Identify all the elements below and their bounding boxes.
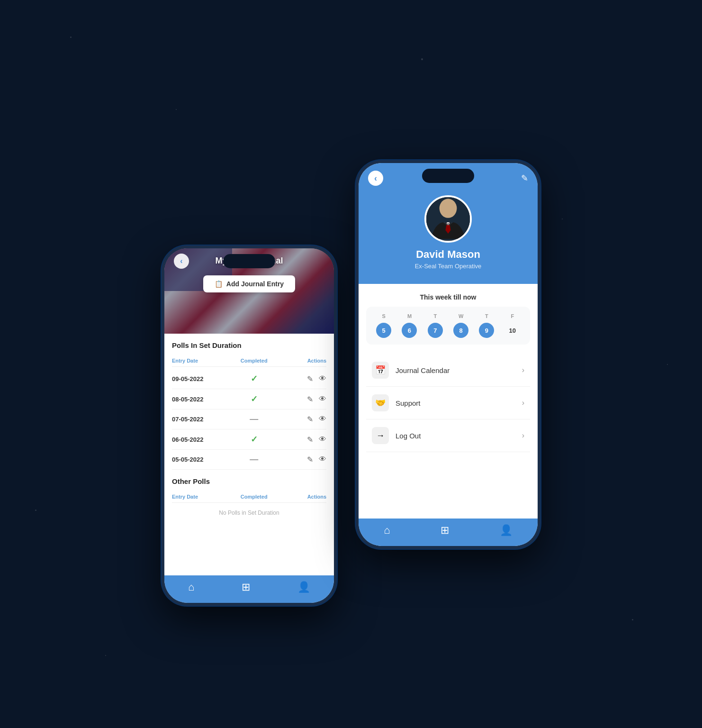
add-entry-icon: 📋 (215, 280, 223, 288)
journal-content: Polls In Set Duration Entry Date Complet… (164, 334, 334, 575)
check-icon: ✓ (251, 434, 258, 445)
nav-home-icon[interactable]: ⌂ (384, 524, 390, 537)
other-polls-title: Other Polls (172, 477, 326, 485)
actions-cell: ✎ 👁 (278, 435, 326, 444)
check-icon: ✓ (251, 394, 258, 404)
table-row: 08-05-2022 ✓ ✎ 👁 (172, 389, 326, 410)
journal-back-button[interactable]: ‹ (174, 254, 189, 269)
date-cell: 05-05-2022 (172, 456, 230, 463)
date-cell: 08-05-2022 (172, 396, 230, 403)
col-entry-date-2: Entry Date (172, 494, 230, 500)
week-date[interactable]: 6 (402, 323, 417, 338)
day-label-f: F (505, 313, 520, 319)
col-actions-2: Actions (278, 494, 326, 500)
edit-icon[interactable]: ✎ (307, 395, 313, 404)
chevron-right-icon: › (522, 431, 524, 440)
completed-cell: ✓ (230, 394, 278, 404)
logout-icon: → (372, 427, 389, 444)
actions-cell: ✎ 👁 (278, 455, 326, 464)
no-polls-message: No Polls in Set Duration (172, 505, 326, 521)
journal-calendar-label: Journal Calendar (396, 366, 522, 374)
col-actions-1: Actions (278, 358, 326, 364)
menu-item-support[interactable]: 🤝 Support › (366, 387, 530, 419)
check-icon: ✓ (251, 373, 258, 384)
profile-back-icon: ‹ (374, 173, 377, 183)
week-calendar: S M T W T F 5 6 7 8 9 (366, 307, 530, 345)
view-icon[interactable]: 👁 (319, 435, 326, 444)
other-polls-table-header: Entry Date Completed Actions (172, 491, 326, 503)
nav-person-icon[interactable]: 👤 (500, 524, 513, 537)
view-icon[interactable]: 👁 (319, 374, 326, 383)
profile-edit-icon[interactable]: ✎ (521, 173, 528, 183)
dash-icon: — (250, 414, 258, 424)
date-cell: 09-05-2022 (172, 375, 230, 382)
profile-back-button[interactable]: ‹ (368, 171, 383, 186)
date-cell: 06-05-2022 (172, 436, 230, 443)
add-journal-entry-button[interactable]: 📋 Add Journal Entry (203, 275, 295, 292)
actions-cell: ✎ 👁 (278, 374, 326, 383)
completed-cell: ✓ (230, 434, 278, 445)
menu-item-logout[interactable]: → Log Out › (366, 419, 530, 452)
col-completed-2: Completed (230, 494, 278, 500)
week-date[interactable]: 10 (505, 323, 520, 338)
user-subtitle: Ex-Seal Team Operative (415, 263, 482, 270)
chevron-right-icon: › (522, 399, 524, 407)
nav-grid-icon[interactable]: ⊞ (441, 524, 449, 537)
user-name: David Mason (416, 248, 480, 261)
nav-person-icon[interactable]: 👤 (297, 581, 310, 593)
polls-table-header: Entry Date Completed Actions (172, 355, 326, 367)
col-entry-date-1: Entry Date (172, 358, 230, 364)
right-phone: ‹ Profile ✎ (356, 160, 540, 549)
polls-section-title: Polls In Set Duration (172, 341, 326, 349)
avatar (424, 195, 472, 243)
day-label-s: S (376, 313, 391, 319)
week-dates: 5 6 7 8 9 10 (371, 323, 525, 338)
logout-label: Log Out (396, 432, 522, 440)
left-bottom-nav: ⌂ ⊞ 👤 (164, 575, 334, 603)
edit-icon[interactable]: ✎ (307, 415, 313, 424)
day-label-w: W (453, 313, 468, 319)
week-label: This week till now (366, 293, 530, 301)
edit-icon[interactable]: ✎ (307, 455, 313, 464)
table-row: 07-05-2022 — ✎ 👁 (172, 410, 326, 429)
week-date[interactable]: 5 (376, 323, 391, 338)
actions-cell: ✎ 👁 (278, 415, 326, 424)
date-cell: 07-05-2022 (172, 416, 230, 423)
week-days-header: S M T W T F (371, 313, 525, 319)
other-polls-section: Other Polls Entry Date Completed Actions… (172, 477, 326, 521)
week-date[interactable]: 8 (453, 323, 468, 338)
back-chevron-icon: ‹ (180, 257, 182, 265)
profile-hero: David Mason Ex-Seal Team Operative (359, 186, 538, 284)
menu-item-journal-calendar[interactable]: 📅 Journal Calendar › (366, 354, 530, 387)
right-bottom-nav: ⌂ ⊞ 👤 (359, 519, 538, 546)
support-label: Support (396, 399, 522, 407)
day-label-m: M (402, 313, 417, 319)
journal-calendar-icon: 📅 (372, 362, 389, 379)
completed-cell: — (230, 414, 278, 424)
table-row: 09-05-2022 ✓ ✎ 👁 (172, 369, 326, 389)
edit-icon[interactable]: ✎ (307, 374, 313, 383)
view-icon[interactable]: 👁 (319, 415, 326, 424)
profile-body: This week till now S M T W T F 5 6 (359, 284, 538, 519)
support-icon: 🤝 (372, 394, 389, 411)
table-row: 05-05-2022 — ✎ 👁 (172, 450, 326, 470)
actions-cell: ✎ 👁 (278, 395, 326, 404)
nav-home-icon[interactable]: ⌂ (188, 581, 194, 593)
edit-icon[interactable]: ✎ (307, 435, 313, 444)
week-section: This week till now S M T W T F 5 6 (366, 293, 530, 345)
completed-cell: — (230, 455, 278, 464)
col-completed-1: Completed (230, 358, 278, 364)
left-phone: ‹ My Daily Journal 📋 Add Journal Entry P… (162, 246, 337, 606)
day-label-t1: T (428, 313, 443, 319)
chevron-right-icon: › (522, 366, 524, 374)
svg-point-1 (440, 199, 457, 218)
week-date[interactable]: 7 (428, 323, 443, 338)
dash-icon: — (250, 455, 258, 464)
table-row: 06-05-2022 ✓ ✎ 👁 (172, 429, 326, 450)
view-icon[interactable]: 👁 (319, 455, 326, 464)
week-date[interactable]: 9 (479, 323, 494, 338)
view-icon[interactable]: 👁 (319, 395, 326, 404)
day-label-t2: T (479, 313, 494, 319)
completed-cell: ✓ (230, 373, 278, 384)
nav-grid-icon[interactable]: ⊞ (242, 581, 250, 593)
